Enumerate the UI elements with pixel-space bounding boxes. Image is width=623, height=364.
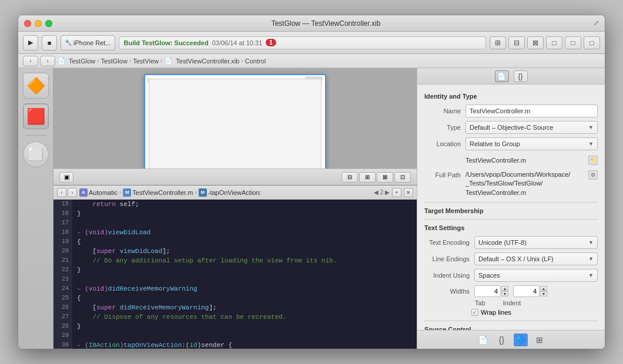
ib-btn-2[interactable]: ⊞ (359, 172, 376, 183)
ib-canvas: ✕ ▣ ⊟ ⊞ ⊠ ⊡ (53, 68, 417, 186)
ib-bottom-toolbar: ▣ ⊟ ⊞ ⊠ ⊡ (53, 168, 417, 185)
code-editor[interactable]: 15 return self; 16 } 17 18 - (void)viewD… (53, 200, 417, 349)
fullpath-row: Full Path /Users/vpop/Documents/Workspac… (424, 170, 598, 197)
divider-2 (424, 219, 598, 220)
breadcrumb-testview[interactable]: TestView (133, 58, 159, 65)
name-value[interactable]: TestViewController.m (465, 105, 598, 117)
build-status-text: Build TestGlow: Succeeded (124, 39, 209, 46)
indent-width-field[interactable]: 4 (513, 285, 540, 297)
breadcrumb-testglow[interactable]: TestGlow (69, 58, 95, 65)
encoding-select[interactable]: Unicode (UTF-8) ▼ (474, 236, 598, 249)
rp-tab-code[interactable]: {} (514, 70, 528, 82)
type-value: Default – Objective-C Source (470, 124, 553, 131)
layout-btn-1[interactable]: ⊞ (490, 36, 506, 49)
code-line: 29 (53, 331, 417, 341)
layout-btn-2[interactable]: ⊟ (508, 36, 525, 49)
code-line: 16 } (53, 209, 417, 218)
build-time: 03/06/14 at 10:31 (212, 39, 263, 46)
ib-btn-1[interactable]: ⊟ (341, 172, 358, 183)
minimize-button[interactable] (35, 20, 42, 27)
encoding-arrow: ▼ (588, 240, 594, 245)
editor-forward-btn[interactable]: › (68, 188, 77, 197)
right-panel-bottom-tabs: 📄 {} 🔷 ⊞ (417, 330, 605, 349)
layout-btn-5[interactable]: □ (565, 36, 581, 49)
editor-file-item[interactable]: M TestViewController.m (123, 188, 193, 197)
indent-select[interactable]: Spaces ▼ (474, 269, 598, 282)
text-settings-title: Text Settings (424, 224, 598, 231)
location-row: Location Relative to Group ▼ (424, 137, 598, 150)
breadcrumb-xib[interactable]: TestViewController.xib (176, 58, 239, 65)
tab-width-down[interactable]: ▼ (501, 291, 508, 296)
object-library-btn[interactable]: 🔶 (23, 73, 49, 99)
layout-btn-4[interactable]: □ (546, 36, 562, 49)
build-status-bar: Build TestGlow: Succeeded 03/06/14 at 10… (119, 36, 486, 49)
widths-label: Widths (424, 288, 474, 295)
toolbar: ▶ ■ 🔧 iPhone Ret... Build TestGlow: Succ… (18, 32, 605, 54)
ib-right-btns: ⊟ ⊞ ⊠ ⊡ (341, 172, 411, 183)
editor-method-item[interactable]: M -tapOnViewAction: (199, 188, 262, 197)
location-value: Relative to Group (470, 140, 520, 147)
filename-display: TestViewController.m (465, 157, 526, 164)
lineendings-select[interactable]: Default – OS X / Unix (LF) ▼ (474, 252, 598, 265)
indent-width-up[interactable]: ▲ (540, 286, 547, 291)
location-label: Location (424, 140, 465, 147)
location-select-arrow: ▼ (588, 141, 594, 147)
ib-btn-3[interactable]: ⊠ (377, 172, 393, 183)
editor-auto-item[interactable]: A Automatic (79, 188, 118, 197)
layout-btn-6[interactable]: □ (584, 36, 600, 49)
layout-btn-3[interactable]: ⊠ (527, 36, 544, 49)
stop-button[interactable]: ■ (42, 35, 57, 50)
fullpath-dir2: _Tests/TestGlow/TestGlow/ (465, 179, 586, 188)
scheme-selector[interactable]: 🔧 iPhone Ret... (61, 35, 115, 50)
code-line: 19 { (53, 237, 417, 247)
fullpath-value: /Users/vpop/Documents/Workspace/ _Tests/… (465, 170, 586, 197)
nav-forward-button[interactable]: › (40, 56, 55, 66)
type-row: Type Default – Objective-C Source ▼ (424, 121, 598, 134)
expand-icon[interactable]: ⤢ (594, 19, 599, 27)
rb-tab-diamond[interactable]: 🔷 (514, 333, 528, 346)
breadcrumb-testglow2[interactable]: TestGlow (101, 58, 128, 65)
widths-labels-row: Tab Indent (424, 299, 598, 306)
lineendings-row: Line Endings Default – OS X / Unix (LF) … (424, 252, 598, 265)
ib-left-btn[interactable]: ▣ (59, 172, 73, 183)
ib-btn-4[interactable]: ⊡ (394, 172, 411, 183)
component-btn[interactable]: ⬜ (23, 141, 49, 167)
rb-tab-code[interactable]: {} (495, 333, 509, 346)
indent-width-stepper: ▲ ▼ (540, 286, 547, 296)
indent-arrow: ▼ (588, 272, 594, 278)
code-line: 30 - (IBAction)tapOnViewAction:(id)sende… (53, 341, 417, 349)
tab-width-up[interactable]: ▲ (501, 286, 508, 291)
title-bar: TestGlow — TestViewController.xib ⤢ (18, 15, 605, 32)
nav-back-button[interactable]: ‹ (23, 56, 38, 66)
location-select[interactable]: Relative to Group ▼ (465, 137, 598, 150)
tab-width-field[interactable]: 4 (474, 285, 501, 297)
type-select[interactable]: Default – Objective-C Source ▼ (465, 121, 598, 134)
maximize-button[interactable] (45, 20, 52, 27)
sidebar-icons: 🔶 🟥 ⬜ (18, 68, 53, 349)
counter-text: ◀ 2 ▶ (374, 189, 390, 196)
lineendings-label: Line Endings (424, 255, 474, 262)
target-section-title: Target Membership (424, 207, 598, 214)
rb-tab-file[interactable]: 📄 (476, 333, 490, 346)
rb-tab-grid[interactable]: ⊞ (532, 333, 547, 346)
breadcrumb-control[interactable]: Control (245, 58, 266, 65)
method-label: -tapOnViewAction: (208, 189, 262, 196)
type-select-arrow: ▼ (588, 124, 594, 130)
play-button[interactable]: ▶ (23, 35, 38, 50)
auto-icon: A (79, 188, 88, 197)
name-label: Name (424, 107, 465, 114)
editor-add-btn[interactable]: + (392, 188, 401, 197)
indent-label: Indent Using (424, 272, 474, 279)
editor-back-btn[interactable]: ‹ (57, 188, 66, 197)
editor-close-btn[interactable]: ✕ (404, 188, 413, 197)
file-reveal-btn[interactable]: 📁 (588, 156, 598, 165)
fullpath-reveal-btn[interactable]: ⚙ (588, 170, 598, 180)
wrap-checkbox[interactable]: ✓ (471, 309, 478, 316)
close-button[interactable] (24, 20, 31, 27)
editor-area: ✕ ▣ ⊟ ⊞ ⊠ ⊡ ‹ › (53, 68, 417, 349)
media-library-btn[interactable]: 🟥 (23, 103, 49, 129)
indent-width-down[interactable]: ▼ (540, 291, 547, 296)
rp-tab-file[interactable]: 📄 (495, 70, 509, 82)
lineendings-arrow: ▼ (588, 256, 594, 262)
editor-toolbar: ‹ › A Automatic › M TestViewController.m… (53, 186, 417, 200)
